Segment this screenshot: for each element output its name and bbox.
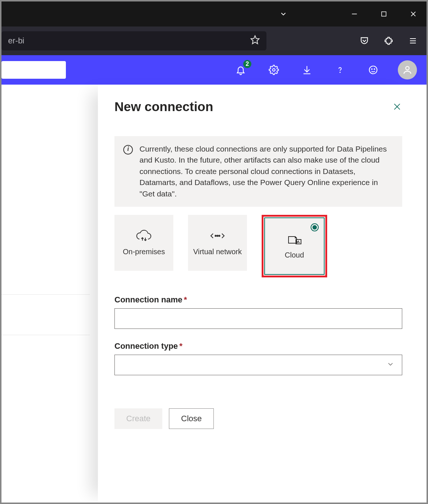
- svg-point-18: [215, 235, 216, 236]
- tile-cloud-highlight: Cloud: [262, 215, 327, 277]
- panel-footer-buttons: Create Close: [114, 408, 402, 429]
- svg-point-13: [372, 69, 372, 70]
- connection-name-input[interactable]: [114, 308, 402, 329]
- tile-label: Cloud: [285, 251, 304, 260]
- help-icon[interactable]: [332, 61, 349, 78]
- notification-badge: 2: [243, 59, 252, 69]
- cloud-report-icon: [286, 233, 303, 245]
- tile-label: On-premises: [123, 247, 165, 256]
- connection-type-label: Connection type*: [114, 341, 402, 351]
- download-icon[interactable]: [298, 61, 315, 78]
- window-minimize-button[interactable]: [345, 7, 364, 21]
- svg-point-8: [273, 69, 275, 71]
- settings-gear-icon[interactable]: [265, 61, 282, 78]
- background-divider: [1, 335, 90, 335]
- info-icon: [123, 145, 133, 155]
- browser-titlebar: [1, 1, 427, 26]
- svg-point-20: [219, 235, 220, 236]
- background-divider: [1, 294, 90, 295]
- svg-marker-4: [251, 36, 259, 44]
- tile-label: Virtual network: [193, 247, 242, 256]
- connection-name-label: Connection name*: [114, 295, 402, 305]
- tile-on-premises[interactable]: On-premises: [114, 215, 173, 271]
- new-connection-panel: New connection Currently, these cloud co…: [98, 85, 415, 503]
- pocket-icon[interactable]: [358, 35, 371, 47]
- svg-point-14: [374, 69, 375, 70]
- svg-point-15: [406, 67, 409, 70]
- app-menu-icon[interactable]: [407, 35, 419, 47]
- create-button[interactable]: Create: [114, 408, 162, 429]
- url-text: er-bi: [8, 36, 24, 46]
- network-icon: [209, 230, 226, 242]
- bookmark-star-icon[interactable]: [250, 35, 260, 47]
- info-text: Currently, these cloud connections are o…: [139, 143, 393, 199]
- tile-cloud[interactable]: Cloud: [265, 218, 324, 274]
- info-banner: Currently, these cloud connections are o…: [114, 136, 402, 207]
- svg-rect-1: [382, 12, 386, 16]
- connection-type-tiles: On-premises Virtual network Cloud: [114, 215, 402, 277]
- panel-title: New connection: [114, 99, 213, 114]
- feedback-smiley-icon[interactable]: [365, 61, 382, 78]
- svg-point-19: [217, 235, 218, 236]
- connection-type-select[interactable]: [114, 355, 402, 375]
- panel-close-button[interactable]: [392, 102, 402, 112]
- notifications-button[interactable]: 2: [232, 61, 249, 78]
- chevron-down-icon: [386, 360, 395, 370]
- svg-point-12: [369, 66, 377, 74]
- close-button[interactable]: Close: [169, 408, 214, 429]
- browser-toolbar: er-bi: [1, 26, 427, 55]
- app-logo[interactable]: [1, 61, 66, 79]
- svg-point-11: [340, 72, 340, 72]
- tabs-dropdown-button[interactable]: [274, 7, 293, 21]
- extensions-icon[interactable]: [382, 35, 395, 47]
- account-avatar[interactable]: [398, 60, 417, 79]
- window-maximize-button[interactable]: [374, 7, 393, 21]
- app-header: 2: [1, 55, 427, 85]
- window-close-button[interactable]: [404, 7, 423, 21]
- selected-indicator-icon: [311, 223, 319, 231]
- cloud-sync-icon: [136, 230, 152, 242]
- address-bar[interactable]: er-bi: [1, 31, 266, 50]
- tile-virtual-network[interactable]: Virtual network: [188, 215, 247, 271]
